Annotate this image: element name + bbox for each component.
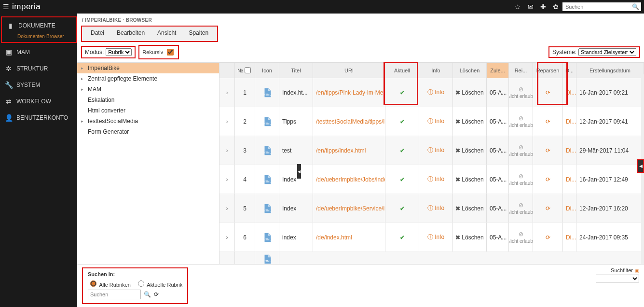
col-d[interactable]: D...: [563, 63, 576, 78]
table-row[interactable]: ›6HTMLindex/de/index.html✔ⓘ Info✖Löschen…: [219, 223, 644, 252]
menu-spalten[interactable]: Spalten: [183, 28, 214, 38]
cell-titel[interactable]: test: [279, 136, 313, 165]
col-info[interactable]: Info: [419, 63, 453, 78]
di-link[interactable]: Di...: [566, 234, 576, 241]
col-titel[interactable]: Titel: [279, 63, 313, 78]
cell-uri-link[interactable]: /de/ueberImpbike/Jobs/inde...: [316, 176, 385, 183]
info-link[interactable]: ⓘ Info: [427, 204, 444, 212]
expand-icon[interactable]: ›: [226, 176, 228, 183]
global-search-input[interactable]: [564, 3, 632, 10]
sidebar-item-workflow[interactable]: ⇄ WORKFLOW: [0, 93, 77, 110]
col-erstellungsdatum[interactable]: Erstellungsdatum: [576, 63, 644, 78]
menu-ansicht[interactable]: Ansicht: [151, 28, 182, 38]
tree-item-htmlconverter[interactable]: Html converter: [77, 105, 219, 116]
expand-icon[interactable]: ›: [226, 118, 228, 125]
table-row[interactable]: ›2HTMLTipps/testtestSocialMedia/tipps/i.…: [219, 107, 644, 136]
delete-link[interactable]: ✖Löschen: [455, 89, 483, 96]
sidebar-item-benutzerkonto[interactable]: 👤 BENUTZERKONTO: [0, 110, 77, 126]
cell-titel[interactable]: index: [279, 223, 313, 251]
sidebar-sub-dokumenten-browser[interactable]: Dokumenten-Browser: [2, 34, 76, 42]
col-zuletzt[interactable]: Zule...: [487, 63, 509, 78]
puzzle-icon[interactable]: ✚: [540, 3, 546, 11]
search-icon[interactable]: 🔍: [632, 3, 639, 10]
expand-icon[interactable]: ›: [226, 147, 228, 154]
global-search[interactable]: 🔍: [562, 2, 641, 11]
info-link[interactable]: ⓘ Info: [427, 88, 444, 97]
delete-link[interactable]: ✖Löschen: [455, 176, 483, 183]
cell-uri-link[interactable]: /en/tipps/Pink-Lady-im-Meg...: [316, 89, 385, 96]
gear-icon[interactable]: ✿: [553, 3, 559, 11]
sidebar-item-mam[interactable]: ▣ MAM: [0, 44, 77, 60]
col-reparsen[interactable]: Reparsen: [533, 63, 563, 78]
cell-titel[interactable]: Index: [279, 194, 313, 223]
delete-link[interactable]: ✖Löschen: [455, 234, 483, 241]
col-aktuell[interactable]: Aktuell: [385, 63, 419, 78]
select-all-checkbox[interactable]: [245, 67, 251, 73]
cell-uri-link[interactable]: /de/ueberImpbike/Service/i...: [316, 205, 385, 212]
cell-titel[interactable]: Index: [279, 165, 313, 194]
radio-alle-rubriken[interactable]: Alle Rubriken: [88, 279, 131, 288]
info-link[interactable]: ⓘ Info: [427, 146, 444, 154]
star-icon[interactable]: ☆: [515, 3, 521, 11]
di-link[interactable]: Di...: [566, 176, 576, 183]
col-loeschen[interactable]: Löschen: [453, 63, 487, 78]
di-link[interactable]: Di...: [566, 205, 576, 212]
modus-select[interactable]: Rubrik: [106, 48, 132, 56]
sidebar-item-struktur[interactable]: ✲ STRUKTUR: [0, 60, 77, 77]
rekursiv-checkbox[interactable]: [167, 49, 174, 56]
expand-icon[interactable]: ›: [226, 234, 228, 241]
menu-datei[interactable]: Datei: [85, 28, 110, 38]
cell-uri-link[interactable]: /de/index.html: [316, 234, 352, 241]
di-link[interactable]: Di...: [566, 147, 576, 154]
tree-item-mam[interactable]: ▸MAM: [77, 84, 219, 95]
table-row[interactable]: ›5HTMLIndex/de/ueberImpbike/Service/i...…: [219, 194, 644, 223]
col-reimport[interactable]: Rei...: [509, 63, 533, 78]
sidebar-item-system[interactable]: 🔧 SYSTEM: [0, 77, 77, 93]
cell-uri-link[interactable]: /testtestSocialMedia/tipps/i...: [316, 118, 385, 125]
expand-icon[interactable]: ›: [226, 89, 228, 96]
tree-item-testtestsocialmedia[interactable]: ▸testtestSocialMedia: [77, 116, 219, 126]
di-link[interactable]: Di...: [566, 118, 576, 125]
col-icon[interactable]: Icon: [255, 63, 279, 78]
reparse-icon[interactable]: ⟳: [546, 118, 550, 125]
delete-link[interactable]: ✖Löschen: [455, 147, 483, 154]
reparse-icon[interactable]: ⟳: [546, 176, 550, 183]
tree-item-eskalation[interactable]: Eskalation: [77, 95, 219, 105]
suchfilter-select[interactable]: [596, 275, 639, 282]
radio-aktuelle-rubrik[interactable]: Aktuelle Rubrik: [136, 279, 182, 288]
table-row[interactable]: ›3HTMLtest/en/tipps/index.html✔ⓘ Info✖Lö…: [219, 136, 644, 165]
reparse-icon[interactable]: ⟳: [546, 205, 550, 212]
right-panel-handle[interactable]: ◀: [637, 159, 644, 173]
search-icon[interactable]: 🔍: [144, 291, 151, 298]
hamburger-icon[interactable]: ☰: [3, 3, 9, 11]
reparse-icon[interactable]: ⟳: [546, 89, 550, 96]
delete-link[interactable]: ✖Löschen: [455, 205, 483, 212]
mail-icon[interactable]: ✉: [528, 3, 534, 11]
delete-link[interactable]: ✖Löschen: [455, 118, 483, 125]
suchfilter-add-icon[interactable]: ▣: [634, 267, 639, 273]
systeme-select[interactable]: Standard Zielsystem: [578, 48, 636, 56]
bottom-search-input[interactable]: [88, 290, 141, 299]
col-num[interactable]: №: [235, 63, 255, 78]
reparse-icon[interactable]: ⟳: [546, 234, 550, 241]
tree-collapse-handle[interactable]: ◀: [297, 164, 301, 179]
info-link[interactable]: ⓘ Info: [427, 233, 444, 241]
di-link[interactable]: Di...: [566, 89, 576, 96]
cell-titel[interactable]: Index.ht...: [279, 78, 313, 107]
table-row[interactable]: ›1HTMLIndex.ht.../en/tipps/Pink-Lady-im-…: [219, 78, 644, 107]
table-row[interactable]: ›4HTMLIndex/de/ueberImpbike/Jobs/inde...…: [219, 165, 644, 194]
sidebar-item-dokumente[interactable]: ▮ DOKUMENTE: [2, 17, 76, 34]
tree-item-formgenerator[interactable]: Form Generator: [77, 126, 219, 137]
info-link[interactable]: ⓘ Info: [427, 175, 444, 183]
cell-titel[interactable]: Tipps: [279, 107, 313, 136]
tree-item-imperialbike[interactable]: ▸ImperialBike: [77, 63, 219, 73]
tree-item-zentral[interactable]: ▸Zentral gepflegte Elemente: [77, 73, 219, 84]
info-link[interactable]: ⓘ Info: [427, 117, 444, 126]
menu-bearbeiten[interactable]: Bearbeiten: [111, 28, 151, 38]
col-uri[interactable]: URI: [313, 63, 385, 78]
expand-icon[interactable]: ›: [226, 205, 228, 212]
cell-uri-link[interactable]: /en/tipps/index.html: [316, 147, 366, 154]
reparse-icon[interactable]: ⟳: [546, 147, 550, 154]
document-icon: ▮: [7, 22, 14, 29]
refresh-icon[interactable]: ⟳: [154, 291, 159, 298]
